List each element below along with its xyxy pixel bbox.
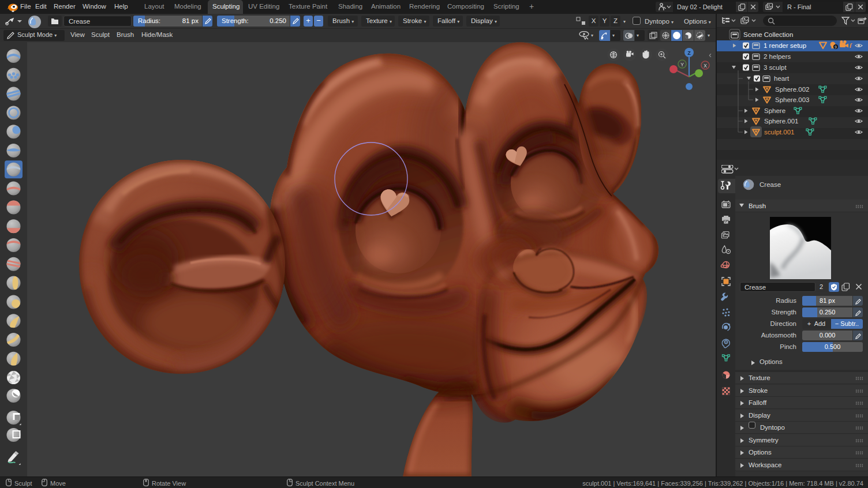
svg-text:Sphere.003: Sphere.003 (775, 96, 809, 103)
svg-text:9: 9 (835, 45, 837, 49)
svg-text:1 render setup: 1 render setup (764, 42, 806, 49)
svg-text:X: X (704, 63, 707, 69)
svg-text:heart: heart (774, 75, 790, 82)
svg-text:Z: Z (687, 50, 691, 56)
svg-text:sculpt.001: sculpt.001 (764, 129, 794, 136)
svg-text:Y: Y (680, 62, 684, 67)
svg-text:Sphere: Sphere (764, 107, 785, 114)
svg-text:3 sculpt: 3 sculpt (764, 64, 787, 71)
svg-text:Sphere.002: Sphere.002 (775, 86, 809, 93)
svg-text:2 helpers: 2 helpers (764, 53, 791, 60)
svg-text:Scene Collection: Scene Collection (743, 31, 793, 38)
svg-text:Sphere.001: Sphere.001 (764, 118, 798, 125)
svg-text:ſ: ſ (850, 42, 852, 49)
